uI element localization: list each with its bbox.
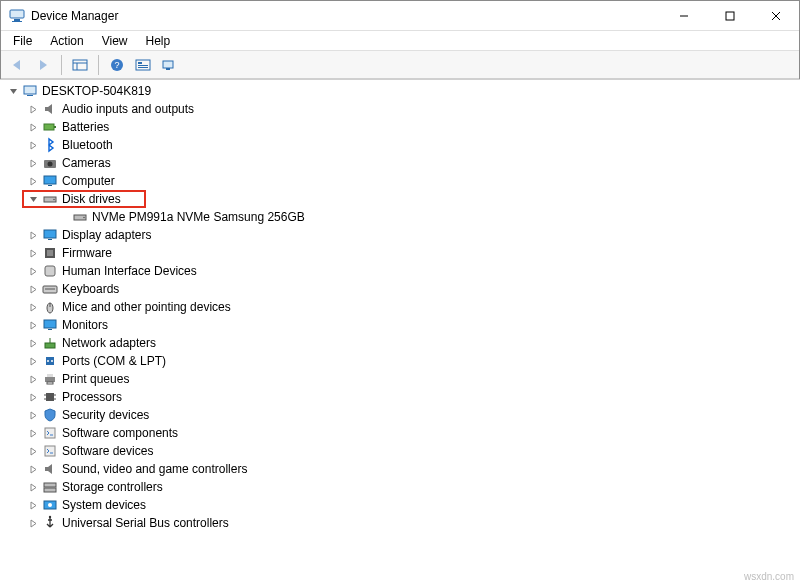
menu-file[interactable]: File — [5, 32, 40, 50]
tree-node[interactable]: Network adapters — [0, 334, 800, 352]
tree-node-label: Universal Serial Bus controllers — [62, 514, 229, 532]
chevron-right-icon[interactable] — [26, 390, 40, 404]
tree-node-label: Sound, video and game controllers — [62, 460, 247, 478]
svg-rect-24 — [44, 176, 56, 184]
chevron-right-icon[interactable] — [26, 282, 40, 296]
menu-view[interactable]: View — [94, 32, 136, 50]
toolbar-properties-button[interactable] — [131, 54, 155, 76]
tree-node-label: Software components — [62, 424, 178, 442]
minimize-button[interactable] — [661, 1, 707, 30]
chevron-right-icon[interactable] — [26, 318, 40, 332]
tree-node[interactable]: Audio inputs and outputs — [0, 100, 800, 118]
firmware-icon — [42, 245, 58, 261]
chevron-right-icon[interactable] — [26, 246, 40, 260]
maximize-button[interactable] — [707, 1, 753, 30]
tree-node[interactable]: Ports (COM & LPT) — [0, 352, 800, 370]
svg-rect-58 — [44, 483, 56, 487]
chevron-right-icon[interactable] — [26, 138, 40, 152]
disk-leaf-icon — [72, 209, 88, 225]
tree-node-label: Cameras — [62, 154, 111, 172]
chevron-right-icon[interactable] — [26, 228, 40, 242]
tree-node[interactable]: Monitors — [0, 316, 800, 334]
tree-node[interactable]: Storage controllers — [0, 478, 800, 496]
menu-action[interactable]: Action — [42, 32, 91, 50]
tree-node-label: DESKTOP-504K819 — [42, 82, 151, 100]
svg-rect-49 — [46, 393, 54, 401]
tree-node-label: Human Interface Devices — [62, 262, 197, 280]
close-button[interactable] — [753, 1, 799, 30]
tree-node-label: Print queues — [62, 370, 129, 388]
chevron-right-icon[interactable] — [26, 156, 40, 170]
svg-rect-17 — [166, 68, 170, 70]
tree-node[interactable]: Print queues — [0, 370, 800, 388]
tree-node[interactable]: Firmware — [0, 244, 800, 262]
chevron-right-icon[interactable] — [26, 480, 40, 494]
tree-node[interactable]: Human Interface Devices — [0, 262, 800, 280]
tree-node-label: Processors — [62, 388, 122, 406]
tree-node[interactable]: Software devices — [0, 442, 800, 460]
svg-rect-40 — [48, 329, 52, 330]
monitor-icon — [42, 173, 58, 189]
menu-help[interactable]: Help — [138, 32, 179, 50]
svg-rect-14 — [138, 65, 148, 66]
chevron-right-icon[interactable] — [26, 408, 40, 422]
svg-rect-31 — [48, 239, 52, 240]
audio-icon — [42, 461, 58, 477]
tree-node[interactable]: Display adapters — [0, 226, 800, 244]
chevron-right-icon[interactable] — [26, 462, 40, 476]
tree-node[interactable]: Universal Serial Bus controllers — [0, 514, 800, 532]
chevron-right-icon[interactable] — [26, 120, 40, 134]
chevron-right-icon[interactable] — [26, 444, 40, 458]
tree-node[interactable]: Keyboards — [0, 280, 800, 298]
tree-node-label: Bluetooth — [62, 136, 113, 154]
svg-rect-30 — [44, 230, 56, 238]
chevron-right-icon[interactable] — [26, 354, 40, 368]
tree-node[interactable]: Computer — [0, 172, 800, 190]
tree-node[interactable]: Processors — [0, 388, 800, 406]
svg-rect-54 — [45, 428, 55, 438]
tree-node[interactable]: Software components — [0, 424, 800, 442]
svg-text:?: ? — [114, 60, 119, 70]
chevron-right-icon[interactable] — [26, 336, 40, 350]
tree-node-label: Ports (COM & LPT) — [62, 352, 166, 370]
svg-point-61 — [48, 503, 52, 507]
tree-node[interactable]: System devices — [0, 496, 800, 514]
chevron-right-icon[interactable] — [26, 174, 40, 188]
tree-node-label: System devices — [62, 496, 146, 514]
chevron-down-icon[interactable] — [26, 192, 40, 206]
svg-rect-33 — [47, 250, 53, 256]
svg-rect-18 — [24, 86, 36, 94]
chevron-right-icon[interactable] — [26, 516, 40, 530]
svg-rect-21 — [54, 126, 56, 128]
system-icon — [42, 497, 58, 513]
tree-node-label: NVMe PM991a NVMe Samsung 256GB — [92, 208, 305, 226]
tree-node[interactable]: Mice and other pointing devices — [0, 298, 800, 316]
chevron-right-icon[interactable] — [26, 498, 40, 512]
toolbar-scan-hardware-button[interactable] — [157, 54, 181, 76]
tree-node[interactable]: Bluetooth — [0, 136, 800, 154]
security-icon — [42, 407, 58, 423]
svg-rect-46 — [45, 377, 55, 382]
svg-point-23 — [48, 162, 53, 167]
tree-node[interactable]: Cameras — [0, 154, 800, 172]
tree-node-label: Security devices — [62, 406, 149, 424]
tree-node[interactable]: NVMe PM991a NVMe Samsung 256GB — [0, 208, 800, 226]
tree-node[interactable]: Disk drives — [0, 190, 800, 208]
chevron-right-icon[interactable] — [26, 426, 40, 440]
chevron-right-icon[interactable] — [26, 102, 40, 116]
device-tree[interactable]: DESKTOP-504K819Audio inputs and outputsB… — [0, 79, 800, 586]
tree-node[interactable]: Sound, video and game controllers — [0, 460, 800, 478]
tree-node[interactable]: DESKTOP-504K819 — [0, 82, 800, 100]
chevron-right-icon[interactable] — [26, 372, 40, 386]
toolbar-help-button[interactable]: ? — [105, 54, 129, 76]
chevron-right-icon[interactable] — [26, 300, 40, 314]
tree-node[interactable]: Batteries — [0, 118, 800, 136]
svg-rect-0 — [10, 10, 24, 18]
disk-icon — [42, 191, 58, 207]
toolbar-show-hidden-button[interactable] — [68, 54, 92, 76]
chevron-right-icon[interactable] — [26, 264, 40, 278]
tree-node-label: Network adapters — [62, 334, 156, 352]
svg-rect-34 — [45, 266, 55, 276]
tree-node[interactable]: Security devices — [0, 406, 800, 424]
chevron-down-icon[interactable] — [6, 84, 20, 98]
